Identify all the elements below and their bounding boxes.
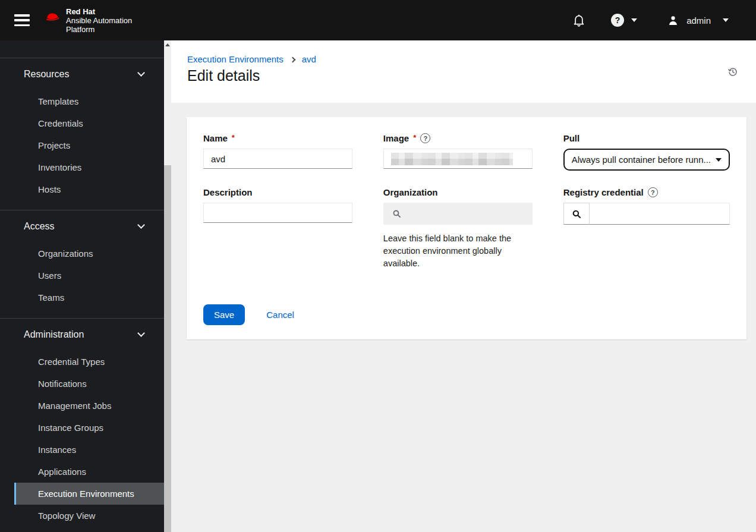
brand-line2: Ansible Automation xyxy=(66,16,132,25)
required-asterisk: * xyxy=(413,133,416,142)
sidebar-item-notifications[interactable]: Notifications xyxy=(14,373,164,395)
field-description: Description xyxy=(203,187,352,270)
nav-toggle-hamburger-icon[interactable] xyxy=(14,14,30,26)
caret-down-icon xyxy=(723,18,729,22)
sidebar-item-organizations[interactable]: Organizations xyxy=(14,243,164,265)
field-image: Image * ? xyxy=(383,133,533,171)
sidebar-item-inventories[interactable]: Inventories xyxy=(14,156,164,178)
brand-logo: Red Hat Ansible Automation Platform xyxy=(44,7,132,34)
chevron-down-icon xyxy=(137,69,145,77)
brand-line1: Red Hat xyxy=(66,7,132,16)
notifications-button[interactable] xyxy=(572,13,586,27)
sidebar-item-users[interactable]: Users xyxy=(14,265,164,287)
sidebar-nav: Resources Templates Credentials Projects… xyxy=(0,40,164,532)
scroll-up-arrow-icon[interactable] xyxy=(164,40,171,49)
organization-label: Organization xyxy=(383,187,438,197)
pull-select[interactable]: Always pull container before runn... xyxy=(563,149,730,171)
form-actions: Save Cancel xyxy=(203,304,730,325)
pull-selected-value: Always pull container before runn... xyxy=(572,155,711,165)
sidebar-item-credentials[interactable]: Credentials xyxy=(14,112,164,134)
field-registry-credential: Registry credential ? xyxy=(563,187,730,270)
sidebar-item-execution-environments[interactable]: Execution Environments xyxy=(14,483,164,505)
breadcrumb-link-execution-environments[interactable]: Execution Environments xyxy=(187,54,284,64)
caret-down-icon xyxy=(631,18,637,22)
sidebar-item-hosts[interactable]: Hosts xyxy=(14,178,164,200)
field-organization: Organization Leave this fie xyxy=(383,187,533,270)
redhat-fedora-icon xyxy=(44,11,61,23)
registry-credential-input[interactable] xyxy=(590,203,730,225)
breadcrumb-link-avd[interactable]: avd xyxy=(302,54,316,64)
history-icon xyxy=(727,70,738,79)
sidebar-item-templates[interactable]: Templates xyxy=(14,90,164,112)
edit-details-card: Name * Image * ? xyxy=(187,117,746,339)
sidebar-item-projects[interactable]: Projects xyxy=(14,134,164,156)
nav-group-header-access[interactable]: Access xyxy=(0,215,164,238)
registry-credential-search-button[interactable] xyxy=(563,203,590,225)
image-label: Image xyxy=(383,133,409,143)
nav-group-header-resources[interactable]: Resources xyxy=(0,63,164,86)
required-asterisk: * xyxy=(232,133,235,142)
app-window: Red Hat Ansible Automation Platform ? xyxy=(0,0,756,532)
history-button[interactable] xyxy=(727,67,738,77)
field-name: Name * xyxy=(203,133,352,171)
save-button[interactable]: Save xyxy=(203,304,245,325)
sidebar-item-instance-groups[interactable]: Instance Groups xyxy=(14,417,164,439)
search-icon xyxy=(571,209,582,219)
sidebar-item-credential-types[interactable]: Credential Types xyxy=(14,351,164,373)
pull-label: Pull xyxy=(563,133,580,143)
name-label: Name xyxy=(203,133,228,143)
page-title: Edit details xyxy=(187,67,737,84)
sidebar-scrollbar-thumb[interactable] xyxy=(164,165,171,532)
name-input[interactable] xyxy=(203,149,352,169)
nav-group-resources: Resources Templates Credentials Projects… xyxy=(0,58,164,210)
user-menu-button[interactable]: admin xyxy=(667,14,729,27)
cancel-button[interactable]: Cancel xyxy=(266,310,294,320)
help-question-icon: ? xyxy=(611,14,624,27)
page-content: Name * Image * ? xyxy=(171,103,756,532)
image-help-icon[interactable]: ? xyxy=(420,133,430,143)
sidebar-item-applications[interactable]: Applications xyxy=(14,461,164,483)
brand-line3: Platform xyxy=(66,25,132,34)
organization-helper-text: Leave this field blank to make the execu… xyxy=(383,232,533,270)
organization-lookup[interactable] xyxy=(383,203,533,225)
image-input[interactable] xyxy=(383,149,533,169)
chevron-down-icon xyxy=(137,329,145,337)
description-input[interactable] xyxy=(203,203,352,223)
nav-group-label: Access xyxy=(24,221,55,232)
nav-group-access: Access Organizations Users Teams xyxy=(0,210,164,318)
main-area: Execution Environments avd Edit details xyxy=(171,40,756,532)
redacted-image-value xyxy=(391,153,513,165)
sidebar-scrollbar[interactable] xyxy=(164,40,171,532)
help-menu-button[interactable]: ? xyxy=(611,14,637,27)
nav-group-administration: Administration Credential Types Notifica… xyxy=(0,319,164,532)
page-header: Execution Environments avd Edit details xyxy=(171,40,756,103)
registry-credential-label: Registry credential xyxy=(563,187,644,197)
nav-group-header-administration[interactable]: Administration xyxy=(0,323,164,346)
registry-credential-help-icon[interactable]: ? xyxy=(648,187,658,197)
nav-group-label: Administration xyxy=(24,329,84,340)
search-icon xyxy=(392,209,402,219)
breadcrumb: Execution Environments avd xyxy=(187,54,737,64)
user-name: admin xyxy=(686,15,711,26)
masthead: Red Hat Ansible Automation Platform ? xyxy=(0,0,756,40)
sidebar-item-instances[interactable]: Instances xyxy=(14,439,164,461)
description-label: Description xyxy=(203,187,253,197)
sidebar-item-management-jobs[interactable]: Management Jobs xyxy=(14,395,164,417)
nav-group-label: Resources xyxy=(24,69,69,80)
chevron-down-icon xyxy=(137,221,145,229)
bell-icon xyxy=(572,13,586,27)
caret-down-icon xyxy=(716,158,722,162)
user-icon xyxy=(667,14,679,27)
sidebar-item-topology-view[interactable]: Topology View xyxy=(14,505,164,527)
sidebar-item-teams[interactable]: Teams xyxy=(14,287,164,309)
chevron-right-icon xyxy=(289,56,295,62)
field-pull: Pull Always pull container before runn..… xyxy=(563,133,730,171)
